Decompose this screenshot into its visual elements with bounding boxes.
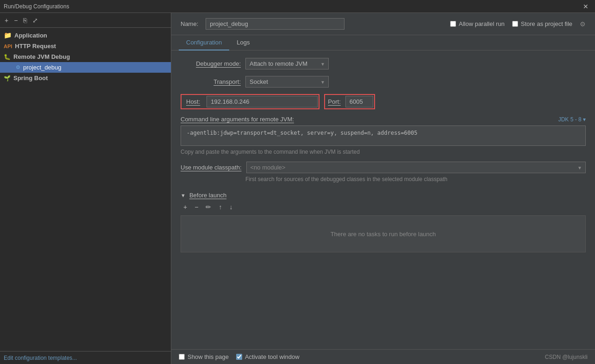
jdk-link[interactable]: JDK 5 - 8 ▾ [558, 116, 586, 123]
sidebar-item-application[interactable]: 📁 Application [0, 30, 171, 41]
before-launch-content: There are no tasks to run before launch [181, 215, 586, 252]
allow-parallel-run-checkbox[interactable] [450, 21, 456, 27]
sidebar-item-application-label: Application [14, 32, 47, 39]
allow-parallel-run-checkbox-label[interactable]: Allow parallel run [450, 20, 505, 27]
sidebar-item-remote-jvm-label: Remote JVM Debug [13, 53, 70, 60]
before-launch-section: ▼ Before launch + − ✏ ↑ ↓ There are no t… [181, 192, 586, 252]
cmdline-header: Command line arguments for remote JVM: J… [181, 116, 586, 123]
sidebar-item-http-request[interactable]: API HTTP Request [0, 41, 171, 51]
before-launch-down-button[interactable]: ↓ [226, 202, 235, 212]
before-launch-add-button[interactable]: + [181, 202, 190, 212]
tabs: Configuration Logs [171, 35, 595, 50]
store-as-project-file-checkbox-label[interactable]: Store as project file [512, 20, 572, 27]
cmdline-label: Command line arguments for remote JVM: [181, 116, 294, 123]
edit-templates-link[interactable]: Edit configuration templates... [4, 355, 77, 361]
module-classpath-hint: First search for sources of the debugged… [185, 176, 586, 182]
before-launch-toolbar: + − ✏ ↑ ↓ [181, 202, 586, 212]
tab-configuration[interactable]: Configuration [179, 35, 229, 50]
sidebar-list: 📁 Application API HTTP Request 🐛 Remote … [0, 28, 171, 351]
host-group: Host: [181, 94, 319, 109]
host-label: Host: [182, 97, 204, 106]
footer-left: Show this page Activate tool window [179, 353, 300, 360]
module-classpath-select[interactable]: <no module> [246, 162, 586, 173]
add-config-button[interactable]: + [3, 16, 10, 25]
sidebar-item-spring-boot-label: Spring Boot [13, 75, 48, 82]
module-classpath-row: Use module classpath: <no module> [181, 162, 586, 173]
right-header: Name: Allow parallel run Store as projec… [171, 13, 595, 35]
store-as-project-file-checkbox[interactable] [512, 21, 518, 27]
sidebar: + − ⎘ ⤢ 📁 Application API HTTP Request [0, 13, 171, 364]
transport-row: Transport: Socket Shared memory [181, 76, 586, 88]
allow-parallel-run-label: Allow parallel run [459, 20, 505, 27]
activate-tool-window-text: Activate tool window [245, 353, 300, 360]
before-launch-title: Before launch [189, 192, 226, 199]
move-config-button[interactable]: ⤢ [31, 16, 40, 25]
before-launch-remove-button[interactable]: − [192, 202, 201, 212]
config-icon: ⚙ [16, 64, 20, 70]
show-this-page-text: Show this page [188, 353, 229, 360]
module-classpath-label: Use module classpath: [181, 164, 242, 171]
before-launch-up-button[interactable]: ↑ [216, 202, 225, 212]
name-label: Name: [181, 20, 198, 27]
cmdline-box: -agentlib:jdwp=transport=dt_socket, serv… [181, 126, 586, 146]
sidebar-item-project-debug-label: project_debug [23, 64, 61, 71]
sidebar-item-http-label: HTTP Request [15, 43, 56, 50]
sidebar-item-project-debug[interactable]: ⚙ project_debug [0, 62, 171, 73]
config-panel: Debugger mode: Attach to remote JVM List… [171, 50, 595, 349]
right-panel: Name: Allow parallel run Store as projec… [171, 13, 595, 364]
port-label: Port: [326, 97, 342, 106]
cmdline-section: Command line arguments for remote JVM: J… [181, 116, 586, 155]
spring-icon: 🌱 [4, 75, 11, 82]
debugger-mode-label: Debugger mode: [181, 60, 241, 67]
show-this-page-checkbox[interactable] [179, 354, 185, 360]
before-launch-edit-button[interactable]: ✏ [203, 202, 214, 212]
debugger-mode-select[interactable]: Attach to remote JVM Listen to remote JV… [245, 58, 329, 69]
dialog-title: Run/Debug Configurations [4, 3, 69, 10]
close-button[interactable]: ✕ [580, 2, 591, 11]
debugger-mode-select-wrapper: Attach to remote JVM Listen to remote JV… [245, 58, 329, 69]
no-tasks-text: There are no tasks to run before launch [331, 231, 436, 238]
http-icon: API [4, 44, 12, 49]
debug-icon: 🐛 [4, 54, 11, 60]
host-input[interactable] [207, 96, 318, 107]
sidebar-toolbar: + − ⎘ ⤢ [0, 13, 171, 28]
sidebar-item-spring-boot[interactable]: 🌱 Spring Boot [0, 73, 171, 83]
transport-label: Transport: [181, 78, 241, 85]
run-debug-dialog: Run/Debug Configurations ✕ + − ⎘ ⤢ 📁 App… [0, 0, 595, 364]
cmdline-hint: Copy and paste the arguments to the comm… [181, 149, 586, 155]
sidebar-footer: Edit configuration templates... [0, 351, 171, 364]
dialog-footer: Show this page Activate tool window CSDN… [171, 349, 595, 364]
title-bar: Run/Debug Configurations ✕ [0, 0, 595, 13]
activate-tool-window-checkbox[interactable] [236, 354, 242, 360]
store-as-project-file-label: Store as project file [521, 20, 572, 27]
port-group: Port: [324, 94, 375, 109]
name-input[interactable] [206, 18, 344, 30]
copy-config-button[interactable]: ⎘ [21, 16, 29, 25]
sidebar-item-remote-jvm[interactable]: 🐛 Remote JVM Debug [0, 51, 171, 62]
watermark: CSDN @lujunskli [545, 354, 588, 360]
before-launch-collapse-icon[interactable]: ▼ [181, 193, 186, 198]
before-launch-header: ▼ Before launch [181, 192, 586, 199]
header-right-group: Allow parallel run Store as project file… [450, 20, 586, 28]
show-this-page-label[interactable]: Show this page [179, 353, 229, 360]
tab-logs[interactable]: Logs [229, 35, 257, 50]
port-input[interactable] [345, 96, 373, 107]
folder-icon: 📁 [4, 31, 12, 39]
gear-icon[interactable]: ⚙ [580, 20, 586, 28]
activate-tool-window-label[interactable]: Activate tool window [236, 353, 300, 360]
host-port-row: Host: Port: [181, 94, 586, 109]
transport-select-wrapper: Socket Shared memory [245, 76, 329, 88]
transport-select[interactable]: Socket Shared memory [245, 76, 329, 88]
main-content: + − ⎘ ⤢ 📁 Application API HTTP Request [0, 13, 595, 364]
module-select-wrapper: <no module> [246, 162, 586, 173]
remove-config-button[interactable]: − [12, 16, 19, 25]
debugger-mode-row: Debugger mode: Attach to remote JVM List… [181, 58, 586, 69]
